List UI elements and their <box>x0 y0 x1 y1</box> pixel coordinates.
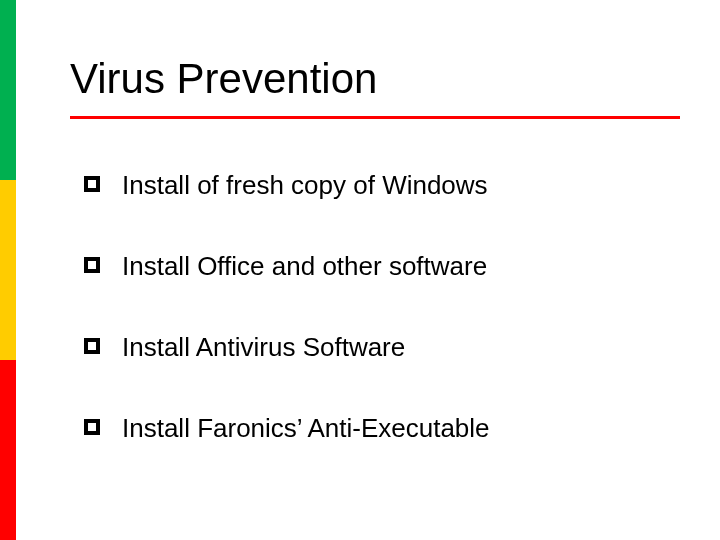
bullet-icon <box>84 176 100 192</box>
list-item: Install Antivirus Software <box>84 332 680 363</box>
list-item: Install of fresh copy of Windows <box>84 170 680 201</box>
bullet-text: Install of fresh copy of Windows <box>122 170 488 201</box>
list-item: Install Faronics’ Anti-Executable <box>84 413 680 444</box>
title-underline <box>70 116 680 119</box>
bullet-text: Install Faronics’ Anti-Executable <box>122 413 490 444</box>
list-item: Install Office and other software <box>84 251 680 282</box>
accent-stripe-red <box>0 360 16 540</box>
bullet-icon <box>84 257 100 273</box>
slide-title: Virus Prevention <box>70 55 377 103</box>
bullet-icon <box>84 338 100 354</box>
bullet-list: Install of fresh copy of Windows Install… <box>84 170 680 494</box>
bullet-text: Install Antivirus Software <box>122 332 405 363</box>
bullet-icon <box>84 419 100 435</box>
bullet-text: Install Office and other software <box>122 251 487 282</box>
accent-stripe-yellow <box>0 180 16 360</box>
accent-stripe-green <box>0 0 16 180</box>
